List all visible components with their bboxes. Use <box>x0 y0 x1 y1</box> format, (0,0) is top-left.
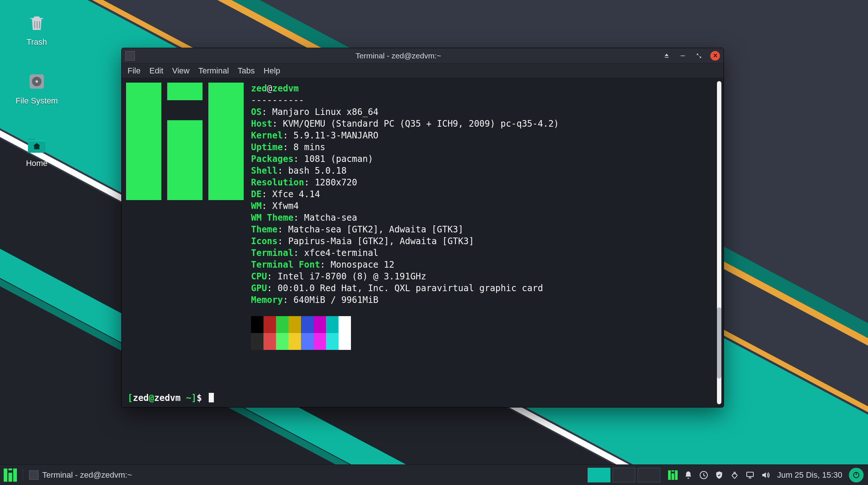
workspace-2[interactable] <box>613 468 635 482</box>
nf-value: KVM/QEMU (Standard PC (Q35 + ICH9, 2009)… <box>283 119 559 129</box>
taskbar-app-terminal[interactable]: Terminal - zed@zedvm:~ <box>25 465 136 485</box>
nf-key: Theme <box>251 224 277 235</box>
menu-file[interactable]: File <box>128 66 140 76</box>
swatch <box>251 316 263 333</box>
nf-value: 5.9.11-3-MANJARO <box>294 130 379 141</box>
taskbar-app-title: Terminal - zed@zedvm:~ <box>42 470 132 480</box>
nf-key: Packages <box>251 154 294 164</box>
swatch <box>326 333 338 350</box>
shield-icon[interactable] <box>714 470 724 480</box>
nf-key: Icons <box>251 236 277 246</box>
menu-terminal[interactable]: Terminal <box>198 66 229 76</box>
desktop-icon-trash[interactable]: Trash <box>7 11 66 47</box>
menu-tabs[interactable]: Tabs <box>238 66 255 76</box>
nf-line: DE: Xfce 4.14 <box>251 188 718 200</box>
nf-key: CPU <box>251 271 267 282</box>
swatch <box>288 333 301 350</box>
nf-line: OS: Manjaro Linux x86_64 <box>251 106 718 118</box>
swatch <box>263 316 276 333</box>
power-button[interactable] <box>849 468 864 482</box>
menu-help[interactable]: Help <box>263 66 280 76</box>
manjaro-tray-icon[interactable] <box>668 470 678 480</box>
svg-rect-19 <box>8 473 12 481</box>
system-tray <box>664 470 774 480</box>
notifications-icon[interactable] <box>683 470 693 480</box>
terminal-icon <box>29 470 39 480</box>
nf-key: Resolution <box>251 177 304 188</box>
nf-line: Kernel: 5.9.11-3-MANJARO <box>251 130 718 141</box>
window-app-icon <box>125 51 135 61</box>
nf-line: GPU: 00:01.0 Red Hat, Inc. QXL paravirtu… <box>251 282 718 294</box>
clipboard-icon[interactable] <box>729 470 740 480</box>
nf-line: Theme: Matcha-sea [GTK2], Adwaita [GTK3] <box>251 224 718 235</box>
prompt: [zed@zedvm ~]$ <box>128 392 214 403</box>
svg-rect-12 <box>681 55 685 56</box>
svg-rect-23 <box>671 473 674 480</box>
swatch <box>326 316 338 333</box>
swatch <box>263 333 276 350</box>
neofetch-info: zed@zedvm ---------- OS: Manjaro Linux x… <box>251 83 718 401</box>
nf-line: Memory: 640MiB / 9961MiB <box>251 294 718 306</box>
nf-value: Matcha-sea <box>304 213 358 223</box>
terminal-window: Terminal - zed@zedvm:~ ✕ File Edit View … <box>121 48 724 408</box>
swatch <box>251 333 263 350</box>
nf-user: zed <box>251 83 267 94</box>
nf-value: bash 5.0.18 <box>288 166 347 176</box>
workspace-1[interactable] <box>588 468 610 482</box>
nf-value: Matcha-sea [GTK2], Adwaita [GTK3] <box>288 224 463 235</box>
nf-value: Intel i7-8700 (8) @ 3.191GHz <box>277 271 426 282</box>
svg-rect-14 <box>167 83 202 100</box>
volume-icon[interactable] <box>760 470 771 480</box>
nf-key: Shell <box>251 166 277 176</box>
nf-line: Uptime: 8 mins <box>251 141 718 153</box>
nf-value: 640MiB / 9961MiB <box>294 295 379 305</box>
swatch <box>276 316 288 333</box>
nf-line: Host: KVM/QEMU (Standard PC (Q35 + ICH9,… <box>251 118 718 130</box>
nf-value: 00:01.0 Red Hat, Inc. QXL paravirtual gr… <box>277 283 543 293</box>
nf-line: Icons: Papirus-Maia [GTK2], Adwaita [GTK… <box>251 235 718 247</box>
desktop-icon-home[interactable]: Home <box>7 132 66 168</box>
start-menu-button[interactable] <box>0 465 21 485</box>
nf-value: Manjaro Linux x86_64 <box>272 107 379 117</box>
swatch <box>338 316 351 333</box>
workspace-pager <box>584 468 664 482</box>
nf-key: DE <box>251 189 262 199</box>
nf-line: Terminal: xfce4-terminal <box>251 247 718 259</box>
svg-rect-17 <box>4 468 7 482</box>
nf-line: Packages: 1081 (pacman) <box>251 153 718 165</box>
titlebar[interactable]: Terminal - zed@zedvm:~ ✕ <box>122 48 724 64</box>
svg-point-26 <box>734 472 735 474</box>
nf-divider: ---------- <box>251 94 718 106</box>
svg-rect-18 <box>8 468 12 470</box>
scrollbar-thumb[interactable] <box>717 307 721 379</box>
nf-line: Terminal Font: Monospace 12 <box>251 259 718 271</box>
nf-value: 8 mins <box>294 142 326 152</box>
swatch <box>301 333 313 350</box>
nf-key: Uptime <box>251 142 283 152</box>
svg-rect-24 <box>675 470 677 480</box>
desktop-icon-filesystem[interactable]: File System <box>7 70 66 106</box>
menu-edit[interactable]: Edit <box>149 66 163 76</box>
nf-key: Memory <box>251 295 283 305</box>
nf-line: Resolution: 1280x720 <box>251 177 718 188</box>
nf-key: Host <box>251 119 272 129</box>
workspace-3[interactable] <box>638 468 660 482</box>
swatch <box>313 333 326 350</box>
clock[interactable]: Jum 25 Dis, 15:30 <box>774 470 847 480</box>
swatch <box>338 333 351 350</box>
maximize-icon[interactable] <box>694 51 704 61</box>
updates-icon[interactable] <box>699 470 709 480</box>
nf-key: WM Theme <box>251 213 294 223</box>
close-icon[interactable]: ✕ <box>710 51 720 61</box>
nf-key: GPU <box>251 283 267 293</box>
display-icon[interactable] <box>745 470 755 480</box>
trash-icon <box>25 11 49 35</box>
eject-icon[interactable] <box>662 51 671 61</box>
nf-value: 1280x720 <box>315 177 357 188</box>
minimize-icon[interactable] <box>678 51 688 61</box>
swatch <box>276 333 288 350</box>
terminal-body[interactable]: zed@zedvm ---------- OS: Manjaro Linux x… <box>122 78 724 407</box>
scrollbar[interactable] <box>717 81 721 404</box>
nf-value: Monospace 12 <box>331 260 394 270</box>
menu-view[interactable]: View <box>172 66 189 76</box>
